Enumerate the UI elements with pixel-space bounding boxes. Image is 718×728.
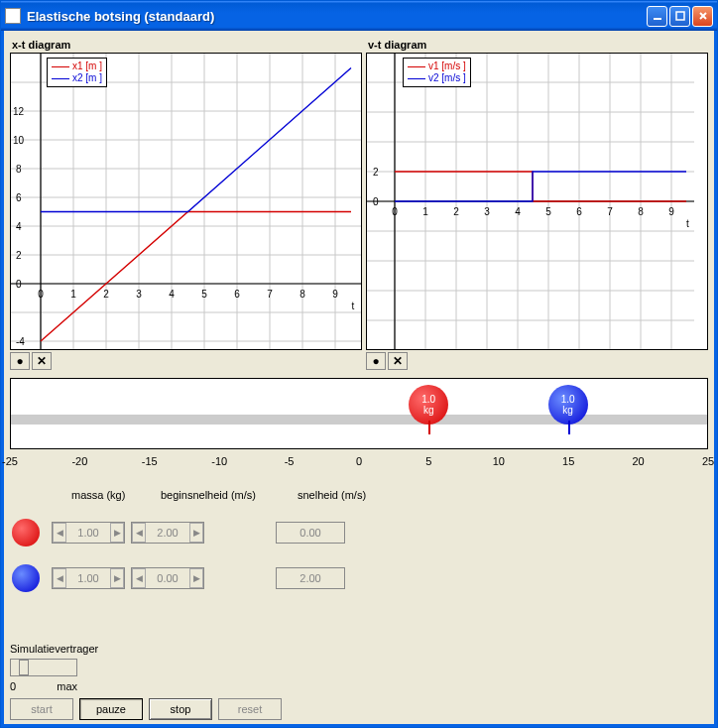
svg-text:2: 2 (373, 167, 379, 178)
svg-text:0: 0 (392, 206, 398, 217)
arrow-left-icon[interactable]: ◀ (132, 523, 146, 543)
maximize-button[interactable] (669, 6, 690, 27)
svg-text:4: 4 (16, 221, 22, 232)
window-title: Elastische botsing (standaard) (27, 9, 647, 24)
svg-text:1: 1 (70, 289, 76, 300)
row-blue: ◀ ▶ ◀ ▶ 2.00 (12, 564, 706, 592)
ball-blue-mass: 1.0 (561, 394, 575, 405)
svg-rect-0 (654, 18, 661, 20)
dot-blue-icon (12, 564, 40, 592)
stop-button[interactable]: stop (149, 698, 212, 720)
svg-text:2: 2 (16, 250, 22, 261)
ruler-label: 25 (702, 455, 714, 467)
svg-text:7: 7 (607, 206, 613, 217)
red-v0-spinner[interactable]: ◀ ▶ (131, 522, 204, 544)
ball-red-mass: 1.0 (421, 394, 435, 405)
svg-text:3: 3 (136, 289, 142, 300)
arrow-right-icon[interactable]: ▶ (110, 523, 124, 543)
slider-max: max (57, 680, 77, 692)
dot-red-icon (12, 519, 40, 546)
svg-text:8: 8 (638, 206, 644, 217)
vt-title: v-t diagram (368, 39, 708, 51)
ruler-label: 15 (562, 455, 574, 467)
svg-text:2: 2 (453, 206, 459, 217)
ruler-label: 5 (425, 455, 431, 467)
ruler-label: 20 (632, 455, 644, 467)
xt-chart[interactable]: -4 0 2 4 6 8 10 12 0123456789 t (11, 54, 361, 349)
header-mass: massa (kg) (71, 489, 153, 501)
svg-text:6: 6 (576, 206, 582, 217)
svg-text:7: 7 (267, 289, 273, 300)
arrow-right-icon[interactable]: ▶ (110, 568, 124, 588)
ruler-label: -5 (285, 455, 295, 467)
slider-min: 0 (10, 680, 16, 692)
app-icon (5, 8, 21, 24)
ball-blue[interactable]: 1.0 kg (548, 385, 588, 425)
header-v0: beginsnelheid (m/s) (161, 489, 290, 501)
arrow-left-icon[interactable]: ◀ (53, 523, 66, 543)
app-window: Elastische botsing (standaard) x-t diagr… (0, 0, 718, 728)
vt-chart[interactable]: 02 0123456789 t (367, 54, 694, 349)
arrow-right-icon[interactable]: ▶ (189, 568, 203, 588)
blue-v-readout: 2.00 (276, 567, 345, 589)
red-v-readout: 0.00 (276, 522, 345, 544)
ball-red[interactable]: 1.0 kg (409, 385, 448, 425)
red-v0-input[interactable] (146, 523, 189, 543)
slider-thumb[interactable] (19, 660, 29, 675)
svg-text:3: 3 (484, 206, 490, 217)
svg-text:9: 9 (668, 206, 674, 217)
ruler-label: -15 (142, 455, 158, 467)
ruler-label: -20 (71, 455, 87, 467)
svg-text:1: 1 (422, 206, 428, 217)
svg-rect-1 (676, 12, 684, 20)
row-red: ◀ ▶ ◀ ▶ 0.00 (12, 519, 706, 546)
titlebar[interactable]: Elastische botsing (standaard) (1, 1, 717, 31)
pauze-button[interactable]: pauze (79, 698, 143, 720)
svg-text:0: 0 (373, 196, 379, 207)
arrow-left-icon[interactable]: ◀ (53, 568, 66, 588)
svg-text:6: 6 (16, 192, 22, 203)
vt-chart-panel: v-t diagram 02 0123456789 t (366, 35, 708, 370)
ruler-label: -25 (2, 455, 18, 467)
minimize-button[interactable] (647, 6, 667, 27)
header-v: snelheid (m/s) (298, 489, 366, 501)
reset-button[interactable]: reset (218, 698, 282, 720)
ruler-label: 0 (356, 455, 362, 467)
blue-v0-input[interactable] (146, 568, 189, 588)
track-ruler: -25-20-15-10-50510152025 (10, 455, 708, 479)
svg-text:-4: -4 (16, 336, 25, 347)
close-button[interactable] (692, 6, 713, 27)
start-button[interactable]: start (10, 698, 73, 720)
red-mass-spinner[interactable]: ◀ ▶ (52, 522, 125, 544)
arrow-left-icon[interactable]: ◀ (132, 568, 146, 588)
ball-red-unit: kg (423, 405, 434, 416)
xt-tool-dot-icon[interactable]: ● (10, 352, 30, 370)
svg-text:10: 10 (13, 135, 25, 146)
svg-text:12: 12 (13, 106, 25, 117)
svg-text:4: 4 (169, 289, 175, 300)
arrow-right-icon[interactable]: ▶ (189, 523, 203, 543)
blue-mass-spinner[interactable]: ◀ ▶ (52, 567, 125, 589)
vt-tool-x-icon[interactable]: ✕ (388, 352, 408, 370)
svg-text:5: 5 (201, 289, 207, 300)
controls-panel: massa (kg) beginsnelheid (m/s) snelheid … (10, 485, 708, 592)
svg-text:0: 0 (16, 279, 22, 290)
ruler-label: -10 (211, 455, 227, 467)
blue-v0-spinner[interactable]: ◀ ▶ (131, 567, 204, 589)
vt-tool-dot-icon[interactable]: ● (366, 352, 386, 370)
delay-slider[interactable] (10, 659, 77, 676)
svg-text:2: 2 (103, 289, 109, 300)
client-area: x-t diagram -4 0 (1, 31, 717, 727)
svg-text:8: 8 (16, 164, 22, 175)
blue-mass-input[interactable] (66, 568, 110, 588)
svg-text:t: t (686, 218, 689, 229)
svg-text:9: 9 (332, 289, 338, 300)
sim-track: 1.0 kg 1.0 kg (10, 378, 708, 449)
xt-tool-x-icon[interactable]: ✕ (32, 352, 52, 370)
xt-legend: x1 [m ] x2 [m ] (47, 58, 107, 87)
svg-text:4: 4 (515, 206, 521, 217)
slider-label: Simulatievertrager (10, 643, 708, 655)
ruler-label: 10 (493, 455, 505, 467)
red-mass-input[interactable] (66, 523, 110, 543)
svg-text:0: 0 (38, 289, 44, 300)
